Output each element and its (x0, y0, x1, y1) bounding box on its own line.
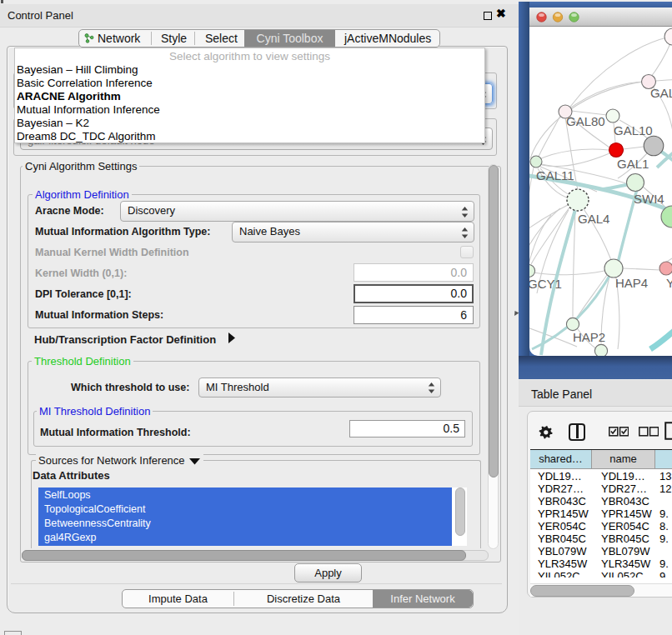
svg-text:GCY1: GCY1 (529, 277, 562, 291)
svg-text:GAL2: GAL2 (650, 86, 672, 100)
svg-text:GAL80: GAL80 (566, 114, 605, 128)
svg-text:HAP2: HAP2 (573, 330, 605, 344)
svg-text:GAL10: GAL10 (614, 123, 653, 138)
svg-text:GAL4: GAL4 (578, 212, 609, 226)
svg-text:GAL1: GAL1 (617, 157, 649, 171)
svg-text:Y: Y (666, 276, 672, 290)
svg-text:SWI4: SWI4 (634, 192, 664, 206)
svg-text:HAP4: HAP4 (615, 276, 648, 290)
svg-text:GAL11: GAL11 (536, 168, 574, 182)
